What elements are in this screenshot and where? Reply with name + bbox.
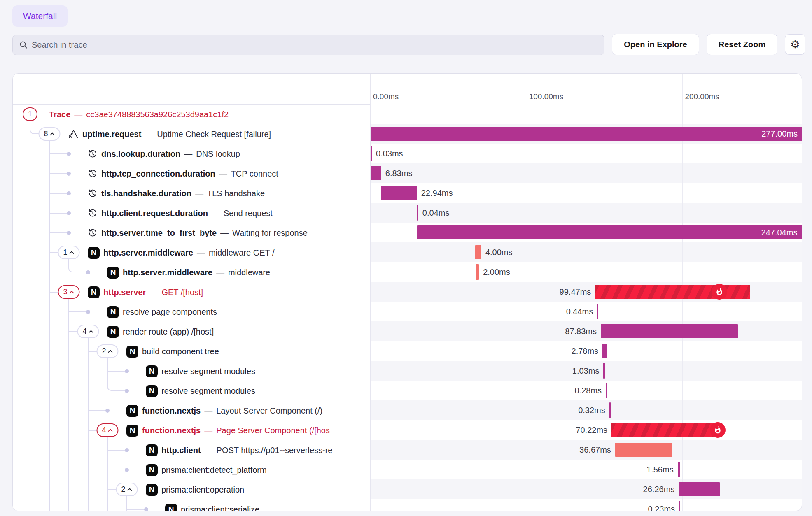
duration-bar[interactable] bbox=[417, 225, 802, 239]
duration-bar[interactable] bbox=[601, 324, 738, 338]
trace-row-label[interactable]: 8uptime.request—Uptime Check Request [fa… bbox=[13, 124, 370, 144]
duration-bar[interactable] bbox=[678, 462, 680, 477]
trace-row-label[interactable]: http.server.time_to_first_byte—Waiting f… bbox=[13, 223, 370, 243]
trace-row-bar[interactable]: 0.32ms bbox=[371, 400, 802, 420]
trace-row-bar[interactable]: 0.44ms bbox=[371, 302, 802, 321]
trace-row-bar[interactable]: 6.83ms bbox=[371, 163, 802, 183]
trace-row-bar[interactable]: 0.03ms bbox=[371, 144, 802, 163]
expand-collapse-pill[interactable]: 2 bbox=[96, 344, 118, 358]
trace-row-label[interactable]: 3Nhttp.server—GET /[host] bbox=[13, 282, 370, 302]
trace-row-bar[interactable]: 36.67ms bbox=[371, 440, 802, 460]
expand-collapse-pill[interactable]: 4 bbox=[96, 423, 118, 437]
trace-row-bar[interactable]: 87.83ms bbox=[371, 321, 802, 341]
expand-collapse-pill[interactable]: 3 bbox=[58, 285, 79, 299]
trace-row-label[interactable]: 1Trace—cc3ae3748883563a926c253d9aa1c1f2 bbox=[13, 105, 370, 124]
duration-label: 0.03ms bbox=[376, 144, 403, 163]
duration-bar[interactable] bbox=[476, 264, 479, 280]
expand-collapse-pill[interactable]: 1 bbox=[58, 246, 79, 259]
trace-row-bar[interactable] bbox=[371, 104, 802, 124]
trace-row-bar[interactable]: 0.23ms bbox=[371, 499, 802, 511]
trace-row-bar[interactable]: 0.04ms bbox=[371, 203, 802, 223]
tree-connector-line bbox=[49, 440, 50, 460]
duration-bar[interactable] bbox=[679, 482, 719, 496]
expand-collapse-pill[interactable]: 1 bbox=[23, 107, 37, 121]
trace-row-bar[interactable]: 22.94ms bbox=[371, 183, 802, 203]
trace-row-label[interactable]: 2Nbuild component tree bbox=[13, 342, 370, 361]
duration-bar[interactable] bbox=[597, 304, 598, 319]
tree-connector-line bbox=[68, 401, 69, 421]
pill-count: 1 bbox=[63, 248, 67, 257]
expand-collapse-pill[interactable]: 2 bbox=[116, 483, 138, 496]
trace-row-label[interactable]: Nresolve page components bbox=[13, 302, 370, 322]
duration-bar[interactable] bbox=[602, 344, 607, 358]
fire-icon[interactable] bbox=[712, 284, 727, 300]
duration-bar[interactable] bbox=[371, 166, 381, 180]
span-title: http.tcp_connection.duration—TCP connect bbox=[88, 164, 278, 184]
span-separator: — bbox=[197, 248, 205, 258]
expand-collapse-pill[interactable]: 4 bbox=[77, 325, 99, 338]
waterfall-chart-column: 0.00ms100.00ms200.00ms 277.00ms0.03ms6.8… bbox=[371, 74, 802, 511]
duration-bar[interactable] bbox=[417, 205, 418, 221]
clock-icon bbox=[88, 208, 98, 218]
trace-row-label[interactable]: http.client.request.duration—Send reques… bbox=[13, 203, 370, 223]
duration-bar[interactable] bbox=[371, 127, 802, 141]
trace-row-label[interactable]: dns.lookup.duration—DNS lookup bbox=[13, 144, 370, 164]
trace-row-label[interactable]: tls.handshake.duration—TLS handshake bbox=[13, 184, 370, 203]
duration-bar[interactable] bbox=[475, 245, 481, 259]
trace-row-bar[interactable]: 70.22ms bbox=[371, 420, 802, 440]
trace-row-label[interactable]: http.tcp_connection.duration—TCP connect bbox=[13, 164, 370, 184]
trace-row-bar[interactable]: 2.78ms bbox=[371, 341, 802, 361]
trace-row-label[interactable]: Nresolve segment modules bbox=[13, 381, 370, 401]
tree-connector-line bbox=[88, 381, 89, 401]
trace-row-label[interactable]: Nhttp.client—POST https://p01--serverles… bbox=[13, 440, 370, 460]
trace-row-bar[interactable]: 1.56ms bbox=[371, 460, 802, 479]
waterfall-minimap-strip[interactable] bbox=[371, 74, 802, 89]
duration-bar[interactable] bbox=[679, 501, 680, 511]
tab-waterfall[interactable]: Waterfall bbox=[12, 5, 68, 27]
duration-bar[interactable] bbox=[371, 146, 372, 161]
tree-connector-line bbox=[68, 480, 69, 500]
trace-row-bar[interactable]: 277.00ms bbox=[371, 124, 802, 144]
span-name: tls.handshake.duration bbox=[101, 189, 191, 198]
duration-bar[interactable] bbox=[609, 402, 611, 418]
span-separator: — bbox=[212, 209, 220, 218]
trace-row-label[interactable]: 2Nprisma:client:operation bbox=[13, 480, 370, 500]
reset-zoom-button[interactable]: Reset Zoom bbox=[707, 34, 777, 55]
waterfall-rows: 277.00ms0.03ms6.83ms22.94ms0.04ms247.04m… bbox=[371, 104, 802, 511]
trace-row-bar[interactable]: 4.00ms bbox=[371, 242, 802, 262]
span-description: middleware GET / bbox=[209, 248, 275, 258]
trace-row-label[interactable]: Nfunction.nextjs—Layout Server Component… bbox=[13, 401, 370, 421]
trace-row-bar[interactable]: 1.03ms bbox=[371, 361, 802, 381]
expand-collapse-pill[interactable]: 8 bbox=[38, 127, 60, 141]
tree-connector-line bbox=[107, 358, 108, 361]
search-bar[interactable] bbox=[12, 35, 604, 55]
trace-row-label[interactable]: Nprisma:client:detect_platform bbox=[13, 460, 370, 480]
span-title: uptime.request—Uptime Check Request [fai… bbox=[68, 124, 271, 144]
trace-row-label[interactable]: 4Nfunction.nextjs—Page Server Component … bbox=[13, 421, 370, 440]
trace-row-bar[interactable]: 26.26ms bbox=[371, 479, 802, 499]
search-input[interactable] bbox=[32, 40, 597, 50]
trace-row-bar[interactable]: 0.28ms bbox=[371, 381, 802, 400]
trace-row-label[interactable]: Nresolve segment modules bbox=[13, 361, 370, 381]
settings-gear-button[interactable]: ⚙ bbox=[785, 34, 805, 55]
trace-row-label[interactable]: 4Nrender route (app) /[host] bbox=[13, 322, 370, 342]
duration-bar[interactable] bbox=[611, 423, 721, 437]
duration-bar[interactable] bbox=[615, 443, 672, 457]
trace-row-bar[interactable]: 99.47ms bbox=[371, 282, 802, 302]
duration-label: 6.83ms bbox=[385, 163, 413, 183]
duration-bar[interactable] bbox=[381, 186, 417, 200]
tree-connector-dot bbox=[105, 409, 110, 413]
tree-connector-dot bbox=[144, 507, 148, 511]
trace-row-label[interactable]: Nhttp.server.middleware—middleware bbox=[13, 263, 370, 282]
duration-bar[interactable] bbox=[603, 363, 605, 379]
trace-row-label[interactable]: 1Nhttp.server.middleware—middleware GET … bbox=[13, 243, 370, 263]
trace-row-label[interactable]: Nprisma:client:serialize bbox=[13, 500, 370, 511]
duration-label: 99.47ms bbox=[560, 282, 591, 302]
nextjs-icon: N bbox=[126, 425, 138, 437]
tree-connector-line bbox=[69, 311, 88, 312]
trace-row-bar[interactable]: 247.04ms bbox=[371, 223, 802, 242]
duration-bar[interactable] bbox=[606, 383, 607, 398]
open-in-explore-button[interactable]: Open in Explore bbox=[612, 34, 699, 55]
trace-row-bar[interactable]: 2.00ms bbox=[371, 262, 802, 282]
fire-icon[interactable] bbox=[710, 422, 726, 438]
